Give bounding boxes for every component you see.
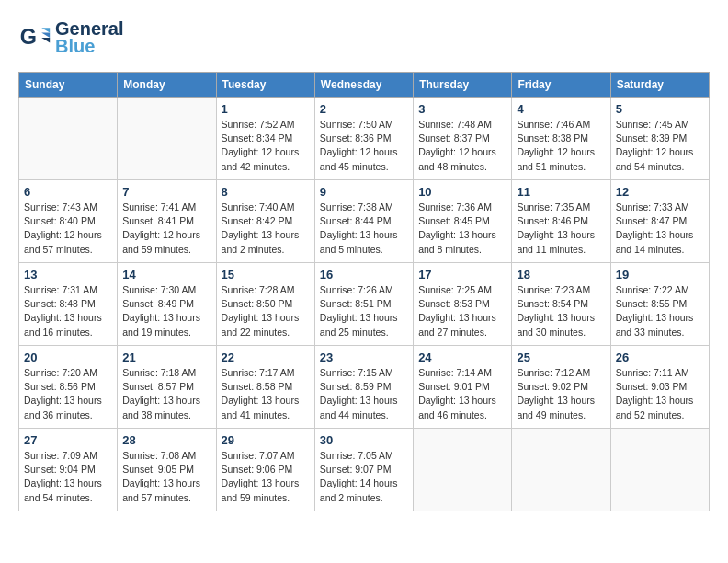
- day-info: Sunrise: 7:46 AM Sunset: 8:38 PM Dayligh…: [517, 118, 605, 174]
- day-info: Sunrise: 7:38 AM Sunset: 8:44 PM Dayligh…: [320, 201, 408, 257]
- day-info: Sunrise: 7:35 AM Sunset: 8:46 PM Dayligh…: [517, 201, 605, 257]
- day-number: 15: [222, 268, 310, 282]
- calendar-cell: 22Sunrise: 7:17 AM Sunset: 8:58 PM Dayli…: [216, 346, 314, 429]
- calendar-cell: 8Sunrise: 7:40 AM Sunset: 8:42 PM Daylig…: [216, 180, 314, 263]
- logo-icon: G: [18, 21, 51, 54]
- day-number: 6: [24, 185, 112, 199]
- day-info: Sunrise: 7:15 AM Sunset: 8:59 PM Dayligh…: [320, 366, 408, 422]
- calendar-cell: 7Sunrise: 7:41 AM Sunset: 8:41 PM Daylig…: [118, 180, 216, 263]
- calendar-table: SundayMondayTuesdayWednesdayThursdayFrid…: [18, 72, 710, 511]
- day-info: Sunrise: 7:26 AM Sunset: 8:51 PM Dayligh…: [320, 283, 408, 339]
- calendar-cell: 25Sunrise: 7:12 AM Sunset: 9:02 PM Dayli…: [512, 346, 610, 429]
- svg-marker-2: [41, 33, 50, 38]
- day-info: Sunrise: 7:07 AM Sunset: 9:06 PM Dayligh…: [222, 449, 310, 505]
- day-number: 14: [122, 268, 210, 282]
- day-number: 11: [517, 185, 605, 199]
- day-info: Sunrise: 7:43 AM Sunset: 8:40 PM Dayligh…: [24, 201, 112, 257]
- day-number: 3: [418, 102, 506, 116]
- calendar-cell: 28Sunrise: 7:08 AM Sunset: 9:05 PM Dayli…: [118, 429, 216, 511]
- day-number: 29: [222, 433, 310, 447]
- calendar-week-row: 6Sunrise: 7:43 AM Sunset: 8:40 PM Daylig…: [19, 180, 710, 263]
- day-info: Sunrise: 7:28 AM Sunset: 8:50 PM Dayligh…: [222, 283, 310, 339]
- day-info: Sunrise: 7:17 AM Sunset: 8:58 PM Dayligh…: [222, 366, 310, 422]
- day-number: 1: [222, 102, 310, 116]
- calendar-cell: [118, 98, 216, 180]
- calendar-cell: 2Sunrise: 7:50 AM Sunset: 8:36 PM Daylig…: [314, 98, 413, 180]
- weekday-header: Saturday: [610, 73, 709, 98]
- calendar-cell: [414, 429, 512, 511]
- calendar-week-row: 20Sunrise: 7:20 AM Sunset: 8:56 PM Dayli…: [19, 346, 710, 429]
- calendar-cell: 19Sunrise: 7:22 AM Sunset: 8:55 PM Dayli…: [610, 263, 709, 346]
- day-number: 19: [616, 268, 704, 282]
- day-number: 28: [122, 433, 210, 447]
- day-info: Sunrise: 7:11 AM Sunset: 9:03 PM Dayligh…: [616, 366, 704, 422]
- calendar-cell: 9Sunrise: 7:38 AM Sunset: 8:44 PM Daylig…: [314, 180, 413, 263]
- calendar-cell: 13Sunrise: 7:31 AM Sunset: 8:48 PM Dayli…: [19, 263, 118, 346]
- svg-text:G: G: [20, 25, 37, 49]
- day-info: Sunrise: 7:48 AM Sunset: 8:37 PM Dayligh…: [418, 118, 506, 174]
- calendar-cell: 26Sunrise: 7:11 AM Sunset: 9:03 PM Dayli…: [610, 346, 709, 429]
- calendar-cell: 20Sunrise: 7:20 AM Sunset: 8:56 PM Dayli…: [19, 346, 118, 429]
- svg-marker-1: [41, 28, 50, 32]
- weekday-header: Tuesday: [216, 73, 314, 98]
- day-number: 8: [222, 185, 310, 199]
- calendar-cell: 23Sunrise: 7:15 AM Sunset: 8:59 PM Dayli…: [314, 346, 413, 429]
- calendar-cell: 6Sunrise: 7:43 AM Sunset: 8:40 PM Daylig…: [19, 180, 118, 263]
- day-info: Sunrise: 7:40 AM Sunset: 8:42 PM Dayligh…: [222, 201, 310, 257]
- day-number: 26: [616, 350, 704, 364]
- day-info: Sunrise: 7:20 AM Sunset: 8:56 PM Dayligh…: [24, 366, 112, 422]
- day-info: Sunrise: 7:12 AM Sunset: 9:02 PM Dayligh…: [517, 366, 605, 422]
- day-info: Sunrise: 7:52 AM Sunset: 8:34 PM Dayligh…: [222, 118, 310, 174]
- day-info: Sunrise: 7:23 AM Sunset: 8:54 PM Dayligh…: [517, 283, 605, 339]
- day-info: Sunrise: 7:05 AM Sunset: 9:07 PM Dayligh…: [320, 449, 408, 505]
- svg-marker-3: [41, 38, 50, 42]
- day-number: 21: [122, 350, 210, 364]
- day-number: 24: [418, 350, 506, 364]
- calendar-cell: 3Sunrise: 7:48 AM Sunset: 8:37 PM Daylig…: [414, 98, 512, 180]
- day-number: 30: [320, 433, 408, 447]
- calendar-week-row: 13Sunrise: 7:31 AM Sunset: 8:48 PM Dayli…: [19, 263, 710, 346]
- calendar-cell: 10Sunrise: 7:36 AM Sunset: 8:45 PM Dayli…: [414, 180, 512, 263]
- calendar-cell: 5Sunrise: 7:45 AM Sunset: 8:39 PM Daylig…: [610, 98, 709, 180]
- day-info: Sunrise: 7:22 AM Sunset: 8:55 PM Dayligh…: [616, 283, 704, 339]
- weekday-header: Thursday: [414, 73, 512, 98]
- calendar-cell: [19, 98, 118, 180]
- day-number: 16: [320, 268, 408, 282]
- calendar-cell: 29Sunrise: 7:07 AM Sunset: 9:06 PM Dayli…: [216, 429, 314, 511]
- weekday-header: Friday: [512, 73, 610, 98]
- day-number: 27: [24, 433, 112, 447]
- day-info: Sunrise: 7:36 AM Sunset: 8:45 PM Dayligh…: [418, 201, 506, 257]
- day-info: Sunrise: 7:08 AM Sunset: 9:05 PM Dayligh…: [122, 449, 210, 505]
- calendar-header-row: SundayMondayTuesdayWednesdayThursdayFrid…: [19, 73, 710, 98]
- calendar-cell: 15Sunrise: 7:28 AM Sunset: 8:50 PM Dayli…: [216, 263, 314, 346]
- page-header: G General Blue: [18, 18, 710, 57]
- calendar-cell: 18Sunrise: 7:23 AM Sunset: 8:54 PM Dayli…: [512, 263, 610, 346]
- day-info: Sunrise: 7:41 AM Sunset: 8:41 PM Dayligh…: [122, 201, 210, 257]
- calendar-cell: 16Sunrise: 7:26 AM Sunset: 8:51 PM Dayli…: [314, 263, 413, 346]
- weekday-header: Monday: [118, 73, 216, 98]
- calendar-week-row: 27Sunrise: 7:09 AM Sunset: 9:04 PM Dayli…: [19, 429, 710, 511]
- day-info: Sunrise: 7:30 AM Sunset: 8:49 PM Dayligh…: [122, 283, 210, 339]
- day-number: 22: [222, 350, 310, 364]
- weekday-header: Wednesday: [314, 73, 413, 98]
- day-info: Sunrise: 7:09 AM Sunset: 9:04 PM Dayligh…: [24, 449, 112, 505]
- day-info: Sunrise: 7:50 AM Sunset: 8:36 PM Dayligh…: [320, 118, 408, 174]
- day-number: 20: [24, 350, 112, 364]
- day-info: Sunrise: 7:18 AM Sunset: 8:57 PM Dayligh…: [122, 366, 210, 422]
- day-info: Sunrise: 7:45 AM Sunset: 8:39 PM Dayligh…: [616, 118, 704, 174]
- day-number: 23: [320, 350, 408, 364]
- day-number: 4: [517, 102, 605, 116]
- day-number: 2: [320, 102, 408, 116]
- day-number: 9: [320, 185, 408, 199]
- day-number: 25: [517, 350, 605, 364]
- calendar-cell: 11Sunrise: 7:35 AM Sunset: 8:46 PM Dayli…: [512, 180, 610, 263]
- calendar-cell: 24Sunrise: 7:14 AM Sunset: 9:01 PM Dayli…: [414, 346, 512, 429]
- calendar-cell: 12Sunrise: 7:33 AM Sunset: 8:47 PM Dayli…: [610, 180, 709, 263]
- day-info: Sunrise: 7:25 AM Sunset: 8:53 PM Dayligh…: [418, 283, 506, 339]
- day-info: Sunrise: 7:14 AM Sunset: 9:01 PM Dayligh…: [418, 366, 506, 422]
- calendar-cell: [610, 429, 709, 511]
- calendar-cell: 1Sunrise: 7:52 AM Sunset: 8:34 PM Daylig…: [216, 98, 314, 180]
- calendar-cell: 21Sunrise: 7:18 AM Sunset: 8:57 PM Dayli…: [118, 346, 216, 429]
- calendar-cell: 14Sunrise: 7:30 AM Sunset: 8:49 PM Dayli…: [118, 263, 216, 346]
- calendar-cell: 17Sunrise: 7:25 AM Sunset: 8:53 PM Dayli…: [414, 263, 512, 346]
